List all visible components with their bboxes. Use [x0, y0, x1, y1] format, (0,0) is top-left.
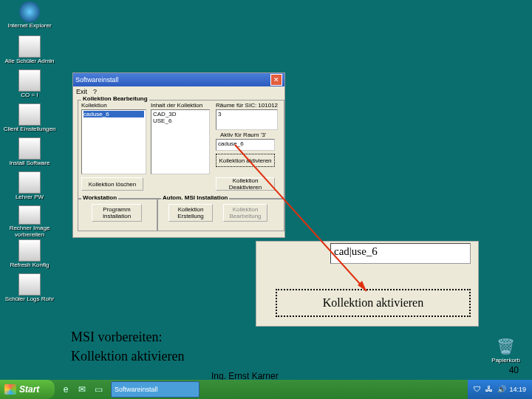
ql-desktop-icon[interactable]: ▭ [92, 383, 105, 396]
desktop-icon-ie[interactable]: Internet Explorer [3, 1, 56, 34]
titlebar[interactable]: Softwareinstall ✕ [73, 73, 284, 86]
start-button[interactable]: Start [0, 380, 55, 399]
users-icon [18, 35, 41, 58]
list-inhalt-item[interactable]: CAD_3D [153, 111, 208, 117]
tray-volume-icon[interactable]: 🔊 [497, 385, 506, 394]
slide-line1: MSI vorbereiten: [71, 330, 162, 345]
desktop-icon-co[interactable]: CO = I [3, 69, 56, 102]
list-kollektion[interactable]: caduse_6 [81, 109, 146, 174]
group-ws-label: Workstation [81, 194, 118, 201]
list-raeume[interactable]: 3 [216, 109, 278, 130]
btn-kollektion-aktivieren[interactable]: Kollektion aktivieren [216, 154, 275, 167]
tray-clock[interactable]: 14:19 [509, 386, 526, 393]
desktop-icon-install[interactable]: Install Software [3, 137, 56, 170]
menu-help[interactable]: ? [93, 88, 97, 95]
list-raum-item[interactable]: 3 [218, 111, 276, 117]
btn-kollektion-deaktivieren[interactable]: Kollektion Deaktivieren [216, 177, 275, 191]
desktop-icon-admin[interactable]: Alle Schüler Admin [3, 35, 56, 68]
zoom-callout: cad|use_6 Kollektion aktivieren [256, 241, 479, 327]
btn-kollektion-loeschen[interactable]: Kollektion löschen [81, 177, 143, 191]
label-kollektion: Kollektion [81, 102, 107, 109]
quicklaunch: e ✉ ▭ [59, 383, 105, 396]
installer-icon [18, 137, 41, 160]
btn-kollektion-bearbeitung: Kollektion Bearbeitung [223, 204, 267, 222]
taskbar-task-label: Softwareinstall [115, 386, 158, 393]
menu-exit[interactable]: Exit [76, 88, 87, 95]
recycle-icon: 🗑️ [497, 338, 516, 357]
desktop-icon-client[interactable]: Client Einstellungen [3, 103, 56, 136]
recycle-label: Papierkorb [491, 357, 520, 364]
recycle-bin[interactable]: 🗑️ Papierkorb [491, 338, 520, 364]
label-aktiv: Aktiv für Raum '3' [220, 132, 266, 138]
tray-shield-icon[interactable]: 🛡 [474, 385, 482, 394]
log-icon [18, 273, 41, 296]
start-label: Start [19, 384, 39, 395]
zoom-btn-aktivieren[interactable]: Kollektion aktivieren [276, 289, 471, 317]
key-icon [18, 171, 41, 194]
desktop-icon-logs[interactable]: Schüler Logs Rohr [3, 273, 56, 306]
windows-logo-icon [4, 384, 16, 395]
zoom-text-aktiv: cad|use_6 [330, 243, 471, 264]
ql-ie-icon[interactable]: e [59, 383, 72, 396]
btn-programm-installation[interactable]: Programm Installation [92, 204, 142, 222]
input-aktiv-kollektion[interactable]: caduse_6 [216, 139, 275, 151]
label-inhalt: Inhalt der Kollektion [151, 102, 202, 109]
list-inhalt-item[interactable]: USE_6 [153, 117, 208, 124]
list-kollektion-item[interactable]: caduse_6 [83, 111, 144, 117]
computer-icon [18, 205, 41, 225]
tray-network-icon[interactable]: 🖧 [485, 385, 494, 394]
ql-mail-icon[interactable]: ✉ [75, 383, 89, 396]
desktop-icon-grid: Internet Explorer Alle Schüler Admin CO … [3, 1, 62, 307]
list-inhalt[interactable]: CAD_3D USE_6 [151, 109, 210, 174]
ie-icon [19, 1, 40, 22]
taskbar: Start e ✉ ▭ Softwareinstall 🛡 🖧 🔊 14:19 [0, 380, 532, 399]
close-icon[interactable]: ✕ [270, 74, 282, 86]
desktop: Internet Explorer Alle Schüler Admin CO … [0, 0, 532, 399]
btn-kollektion-erstellung[interactable]: Kollektion Erstellung [168, 204, 213, 222]
label-raeume: Räume für SIC: 101012 [216, 102, 278, 109]
desktop-icon-refresh[interactable]: Refresh Konfig [3, 239, 56, 272]
settings-icon [18, 103, 41, 126]
group-autom-msi: Autom. MSI Installation Kollektion Erste… [157, 199, 284, 231]
desktop-icon-image[interactable]: Rechner Image vorbereiten [3, 205, 56, 238]
disc-icon [18, 69, 41, 92]
dialog-softwareinstall: Softwareinstall ✕ Exit ? Kollektion Bear… [72, 72, 285, 238]
system-tray: 🛡 🖧 🔊 14:19 [468, 380, 532, 399]
slide-line2: Kollektion aktivieren [71, 349, 184, 364]
taskbar-task-softwareinstall[interactable]: Softwareinstall [111, 381, 200, 398]
group-main-label: Kollektion Bearbeitung [81, 95, 149, 102]
group-workstation: Workstation Programm Installation [78, 199, 157, 231]
desktop-icon-lehrer[interactable]: Lehrer PW [3, 171, 56, 204]
dialog-title: Softwareinstall [75, 76, 119, 83]
refresh-icon [18, 239, 41, 262]
group-auto-label: Autom. MSI Installation [161, 194, 229, 201]
group-kollektion-bearbeitung: Kollektion Bearbeitung Kollektion Inhalt… [78, 100, 284, 199]
slide-page-number: 40 [509, 365, 519, 375]
